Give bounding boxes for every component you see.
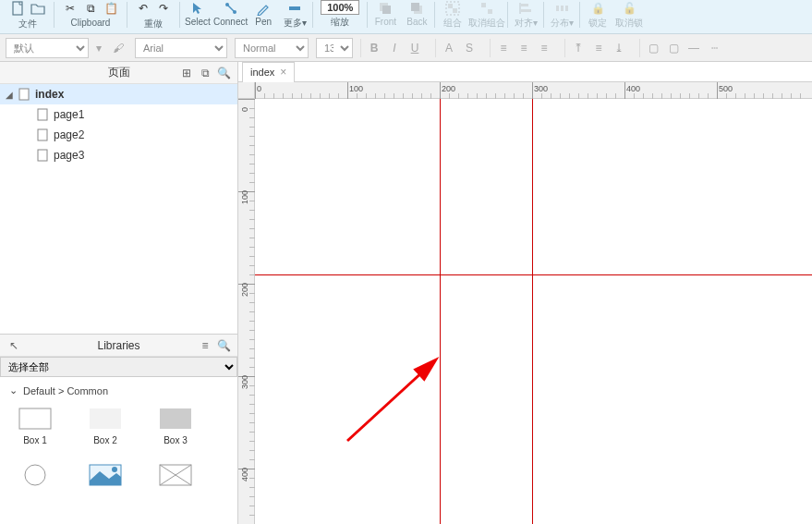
- send-back[interactable]: Back: [401, 0, 432, 31]
- lock-button[interactable]: 🔒 锁定: [582, 0, 613, 31]
- format-painter-icon[interactable]: 🖌: [109, 39, 127, 57]
- align-right-icon[interactable]: ≡: [535, 39, 553, 57]
- tree-item-page3[interactable]: page3: [0, 145, 237, 165]
- svg-rect-20: [565, 6, 568, 11]
- border-color-icon[interactable]: ▢: [664, 39, 683, 57]
- svg-rect-13: [481, 3, 486, 7]
- style-select[interactable]: 默认: [6, 38, 89, 58]
- svg-rect-22: [38, 109, 47, 120]
- valign-mid-icon[interactable]: ≡: [589, 39, 608, 57]
- svg-rect-18: [556, 6, 559, 11]
- pen-tool[interactable]: Pen: [248, 0, 279, 31]
- ungroup-button[interactable]: 取消组合: [468, 0, 505, 31]
- redo-icon[interactable]: ↷: [155, 0, 172, 17]
- horizontal-guide[interactable]: [255, 274, 812, 275]
- svg-marker-1: [193, 3, 201, 14]
- bold-icon[interactable]: B: [365, 39, 383, 57]
- font-size-select[interactable]: 13: [316, 38, 353, 58]
- valign-top-icon[interactable]: ⤒: [569, 39, 588, 57]
- horizontal-ruler[interactable]: 0100200300400500: [255, 82, 812, 99]
- font-name-select[interactable]: Arial: [135, 38, 227, 58]
- tree-item-label: page3: [54, 149, 84, 162]
- underline-icon[interactable]: U: [406, 39, 424, 57]
- page-icon: [18, 88, 31, 101]
- annotation-arrow: [255, 99, 812, 524]
- vertical-ruler[interactable]: 0100200300400: [238, 99, 255, 524]
- border-style-icon[interactable]: ┄: [705, 39, 723, 57]
- add-page-icon[interactable]: ⊞: [180, 67, 193, 79]
- collapse-icon[interactable]: ↖: [7, 339, 20, 352]
- connect-tool[interactable]: Connect: [213, 0, 248, 31]
- caret-icon[interactable]: ◢: [6, 90, 15, 100]
- ribbon: 文件 ✂ ⧉ 📋 Clipboard ↶ ↷ 重做 Select Connect…: [0, 0, 812, 34]
- vertical-guide[interactable]: [440, 99, 441, 524]
- svg-rect-24: [38, 150, 47, 161]
- canvas[interactable]: [255, 99, 812, 524]
- border-width-icon[interactable]: —: [685, 39, 703, 57]
- clipboard-group-label: Clipboard: [71, 18, 111, 28]
- libraries-panel-title: Libraries: [97, 339, 139, 352]
- font-color-icon[interactable]: A: [440, 39, 458, 57]
- svg-rect-23: [38, 129, 47, 140]
- undo-group-label: 重做: [144, 18, 163, 30]
- vertical-guide[interactable]: [532, 99, 533, 524]
- file-group-label: 文件: [18, 18, 37, 30]
- paste-icon[interactable]: 📋: [103, 0, 119, 17]
- strike-icon[interactable]: S: [460, 39, 479, 57]
- undo-icon[interactable]: ↶: [135, 0, 151, 17]
- align-center-icon[interactable]: ≡: [515, 39, 533, 57]
- tab-index[interactable]: index ×: [242, 62, 295, 82]
- svg-rect-17: [521, 9, 531, 12]
- shape-box2[interactable]: Box 2: [79, 408, 131, 445]
- libraries-scroll[interactable]: ⌄ Default > Common Box 1 Box 2 Box 3: [0, 377, 237, 524]
- italic-icon[interactable]: I: [385, 39, 404, 57]
- page-icon: [37, 128, 50, 141]
- search-pages-icon[interactable]: 🔍: [217, 67, 230, 79]
- svg-rect-21: [19, 89, 29, 100]
- fill-color-icon[interactable]: ▢: [644, 39, 662, 57]
- new-file-icon[interactable]: [9, 0, 26, 17]
- shape-box1[interactable]: Box 1: [9, 408, 61, 445]
- ruler-corner: [238, 82, 255, 99]
- svg-point-30: [112, 467, 117, 472]
- page-icon: [37, 149, 50, 162]
- more-tools[interactable]: 更多▾: [279, 0, 310, 31]
- tree-item-label: index: [35, 88, 64, 101]
- align-button[interactable]: 对齐▾: [510, 0, 541, 31]
- search-libraries-icon[interactable]: 🔍: [217, 339, 230, 352]
- tree-item-page2[interactable]: page2: [0, 125, 237, 145]
- cut-icon[interactable]: ✂: [62, 0, 79, 17]
- shape-box3[interactable]: Box 3: [150, 408, 201, 445]
- svg-rect-25: [19, 408, 51, 429]
- format-toolbar: 默认 ▾ 🖌 Arial Normal 13 B I U A S ≡ ≡ ≡ ⤒…: [0, 34, 812, 62]
- svg-line-35: [347, 360, 435, 441]
- font-weight-select[interactable]: Normal: [235, 38, 309, 58]
- add-folder-icon[interactable]: ⧉: [199, 67, 212, 79]
- library-category[interactable]: ⌄ Default > Common: [0, 377, 237, 404]
- library-select[interactable]: 选择全部: [0, 357, 237, 377]
- shape-ellipse[interactable]: [9, 464, 61, 486]
- pages-panel-header: 页面 ⊞ ⧉ 🔍: [0, 62, 237, 84]
- svg-rect-5: [289, 6, 300, 10]
- svg-rect-9: [411, 3, 419, 11]
- select-tool[interactable]: Select: [182, 0, 213, 31]
- shape-placeholder[interactable]: [150, 464, 201, 486]
- svg-point-28: [25, 465, 45, 485]
- tree-item-page1[interactable]: page1: [0, 104, 237, 125]
- distribute-button[interactable]: 分布▾: [546, 0, 577, 31]
- zoom-value[interactable]: 100%: [321, 0, 359, 15]
- group-button[interactable]: 组合: [437, 0, 468, 31]
- svg-rect-14: [488, 9, 492, 14]
- menu-icon[interactable]: ≡: [199, 339, 212, 352]
- tree-item-index[interactable]: ◢ index: [0, 84, 237, 104]
- close-tab-icon[interactable]: ×: [280, 66, 286, 79]
- valign-bot-icon[interactable]: ⤓: [610, 39, 628, 57]
- shape-image[interactable]: [79, 464, 131, 486]
- copy-icon[interactable]: ⧉: [82, 0, 99, 17]
- align-left-icon[interactable]: ≡: [494, 39, 513, 57]
- open-file-icon[interactable]: [30, 0, 46, 17]
- chevron-down-icon: ⌄: [9, 384, 18, 396]
- unlock-button[interactable]: 🔓 取消锁: [613, 0, 645, 31]
- bring-front[interactable]: Front: [370, 0, 401, 31]
- pages-panel-title: 页面: [108, 65, 130, 80]
